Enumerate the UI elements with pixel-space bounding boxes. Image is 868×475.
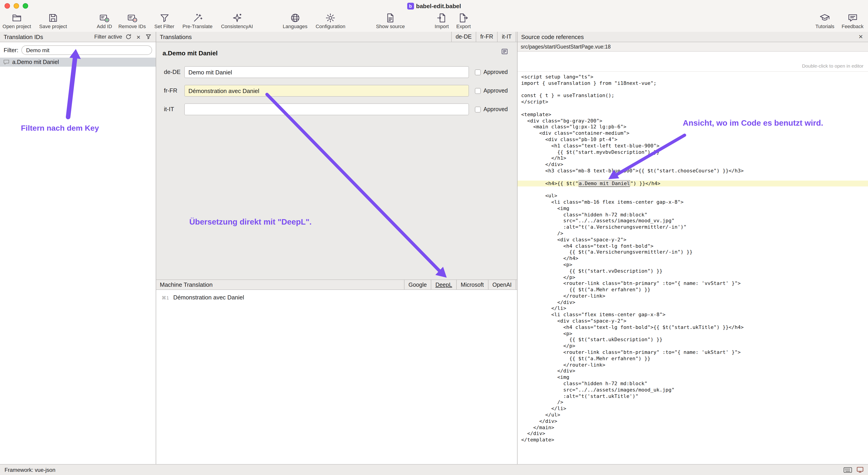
approved-checkbox[interactable] bbox=[475, 106, 481, 112]
mt-tab-deepl[interactable]: DeepL bbox=[431, 280, 456, 290]
code-line: </div> bbox=[518, 418, 868, 425]
toolbar-add-id[interactable]: Add ID bbox=[97, 12, 112, 29]
close-panel-icon[interactable]: × bbox=[857, 33, 864, 40]
statusbar: Framework: vue-json bbox=[0, 464, 868, 475]
toolbar-feedback[interactable]: Feedback bbox=[842, 12, 864, 29]
babeledit-window: b babel-edit.babel Open project Save pro… bbox=[0, 0, 868, 475]
approved-group: Approved bbox=[475, 106, 508, 112]
language-label: it-IT bbox=[164, 106, 174, 112]
toolbar-export[interactable]: Export bbox=[456, 12, 471, 29]
toolbar-label: Remove IDs bbox=[118, 24, 146, 29]
toolbar-consistency-ai[interactable]: ConsistencyAI bbox=[221, 12, 253, 29]
toolbar-configuration[interactable]: Configuration bbox=[316, 12, 345, 29]
code-line: <h4>{{ $t("a.Demo mit Daniel") }}</h4> bbox=[518, 180, 868, 187]
toolbar-label: Feedback bbox=[842, 24, 864, 29]
translations-header: Translations de-DE fr-FR it-IT bbox=[156, 32, 517, 42]
framework-label: Framework: vue-json bbox=[4, 467, 55, 473]
mt-tab-microsoft[interactable]: Microsoft bbox=[456, 280, 488, 290]
code-line: </div> bbox=[518, 162, 868, 168]
code-line: :alt="t('start.ukTitle')" bbox=[518, 393, 868, 400]
mt-result-text[interactable]: Démonstration avec Daniel bbox=[173, 294, 244, 301]
source-file-reference[interactable]: src/pages/start/GuestStartPage.vue:18 bbox=[518, 42, 868, 52]
code-line: class="hidden h-72 md:block" bbox=[518, 212, 868, 218]
file-path-label: src/pages/start/GuestStartPage.vue:18 bbox=[521, 44, 611, 49]
code-line: </h1> bbox=[518, 156, 868, 162]
toolbar-label: Import bbox=[435, 24, 449, 29]
toolbar-label: Tutorials bbox=[815, 24, 834, 29]
graduation-cap-icon bbox=[820, 12, 830, 24]
code-line: src="../../assets/images/mood_vv.jpg" bbox=[518, 218, 868, 224]
code-line: <p> bbox=[518, 331, 868, 337]
code-line: <template> bbox=[518, 112, 868, 118]
clear-filter-icon[interactable]: × bbox=[135, 33, 142, 40]
toolbar-set-filter[interactable]: Set Filter bbox=[154, 12, 174, 29]
code-line: <h4 class="text-lg font-bold">{{ $t("sta… bbox=[518, 325, 868, 331]
toolbar-label: Open project bbox=[2, 24, 31, 29]
toolbar-open-project[interactable]: Open project bbox=[2, 12, 31, 29]
translation-row-de: de-DE Approved bbox=[156, 66, 517, 78]
code-line: <script setup lang="ts"> bbox=[518, 74, 868, 80]
filter-row: Filter: bbox=[0, 42, 156, 58]
mt-tab-google[interactable]: Google bbox=[404, 280, 431, 290]
floppy-disk-icon bbox=[48, 12, 58, 24]
translation-row-it: it-IT Approved bbox=[156, 103, 517, 115]
translation-key-title: a.Demo mit Daniel bbox=[156, 42, 517, 57]
toolbar-label: Export bbox=[456, 24, 471, 29]
refresh-icon[interactable] bbox=[125, 33, 132, 40]
mt-tab-openai[interactable]: OpenAI bbox=[488, 280, 516, 290]
code-line: {{ $t("start.vvDescription") }} bbox=[518, 268, 868, 274]
toolbar-import[interactable]: Import bbox=[435, 12, 449, 29]
filter-input[interactable] bbox=[21, 45, 152, 55]
comment-bubble-icon bbox=[3, 60, 9, 65]
approved-checkbox[interactable] bbox=[475, 88, 481, 94]
comment-note-icon[interactable] bbox=[501, 48, 508, 55]
translation-id-list: a.Demo mit Daniel bbox=[0, 58, 156, 464]
translation-input-fr[interactable] bbox=[184, 85, 469, 97]
toolbar-save-project[interactable]: Save project bbox=[39, 12, 67, 29]
keyboard-icon[interactable] bbox=[843, 467, 852, 473]
language-tab-it[interactable]: it-IT bbox=[497, 32, 516, 42]
code-line: </ul> bbox=[518, 412, 868, 418]
window-title-group: b babel-edit.babel bbox=[407, 2, 461, 9]
globe-icon bbox=[290, 12, 300, 24]
language-tab-de[interactable]: de-DE bbox=[451, 32, 476, 42]
language-tab-fr[interactable]: fr-FR bbox=[476, 32, 497, 42]
code-line: <img bbox=[518, 374, 868, 381]
code-line: {{ $t("a.Mehr erfahren") }} bbox=[518, 356, 868, 362]
translation-id-item[interactable]: a.Demo mit Daniel bbox=[0, 58, 156, 67]
code-line: <div class="container-medium"> bbox=[518, 130, 868, 137]
minimize-window-button[interactable] bbox=[13, 3, 19, 9]
code-line: class="hidden h-72 md:block" bbox=[518, 381, 868, 387]
filter-funnel-icon[interactable] bbox=[145, 33, 152, 40]
code-line: <h3 class="mb-8 text-blue-900">{{ $t("st… bbox=[518, 168, 868, 174]
toolbar-label: ConsistencyAI bbox=[221, 24, 253, 29]
highlighted-translation-key[interactable]: a.Demo mit Daniel bbox=[578, 180, 630, 187]
toolbar-tutorials[interactable]: Tutorials bbox=[815, 12, 834, 29]
translation-ids-header: Translation IDs Filter active × bbox=[0, 32, 156, 42]
toolbar-show-source[interactable]: Show source bbox=[376, 12, 405, 29]
toolbar-languages[interactable]: Languages bbox=[283, 12, 308, 29]
toolbar-label: Save project bbox=[39, 24, 67, 29]
funnel-icon bbox=[159, 12, 169, 24]
filter-annotation-text: Filtern nach dem Key bbox=[21, 124, 99, 133]
close-window-button[interactable] bbox=[4, 3, 10, 9]
code-line: </div> bbox=[518, 368, 868, 374]
code-line: <img bbox=[518, 205, 868, 212]
toolbar-pre-translate[interactable]: Pre-Translate bbox=[183, 12, 213, 29]
magic-wand-icon bbox=[192, 12, 203, 24]
toolbar-remove-ids[interactable]: Remove IDs bbox=[118, 12, 146, 29]
translation-input-de[interactable] bbox=[184, 66, 469, 78]
speech-bubble-icon bbox=[847, 12, 858, 24]
approved-checkbox[interactable] bbox=[475, 69, 481, 75]
translation-input-it[interactable] bbox=[184, 103, 469, 115]
code-line: <li class="flex items-center gap-x-8"> bbox=[518, 312, 868, 318]
zoom-window-button[interactable] bbox=[23, 3, 28, 9]
import-document-icon bbox=[436, 12, 447, 24]
approved-group: Approved bbox=[475, 69, 508, 75]
code-line: :alt="t('a.Versicherungsvermittler/-in')… bbox=[518, 224, 868, 231]
display-icon[interactable] bbox=[857, 467, 864, 473]
gear-icon bbox=[325, 12, 336, 24]
approved-group: Approved bbox=[475, 88, 508, 94]
code-line: src="../../assets/images/mood_uk.jpg" bbox=[518, 387, 868, 393]
code-line: </p> bbox=[518, 274, 868, 281]
